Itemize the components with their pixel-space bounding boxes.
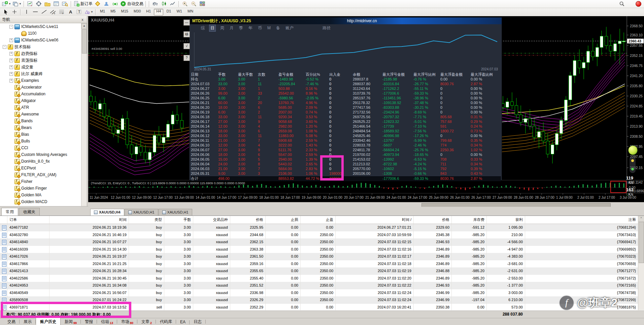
- labelT-button[interactable]: T: [75, 8, 83, 16]
- terminal-tab-代码库[interactable]: 代码库: [156, 318, 176, 325]
- crosshair-target-button[interactable]: [35, 0, 43, 8]
- terminal-tab-信箱[interactable]: 信箱13: [97, 318, 117, 325]
- cursor-button[interactable]: [2, 8, 10, 16]
- stats-tab-月[interactable]: 月: [229, 25, 235, 31]
- sidebar-item-alligator[interactable]: Alligator: [0, 97, 81, 104]
- tester-button[interactable]: [61, 0, 69, 8]
- layout-button[interactable]: ▼: [12, 0, 22, 8]
- order-row[interactable]: 4346160392024.06.21 16:14:30buy3.00xauus…: [0, 246, 644, 253]
- shapes-button[interactable]: ▼: [84, 8, 94, 16]
- terminal-tab-EA[interactable]: EA: [176, 319, 190, 325]
- sidebar-item-icmarketssc-live11[interactable]: -ICMarketsSC-Live11: [0, 23, 81, 30]
- navigator-star-button[interactable]: [43, 0, 52, 8]
- vline-button[interactable]: [23, 8, 31, 16]
- channel-button[interactable]: E: [49, 8, 57, 16]
- column-header[interactable]: 止损: [266, 216, 301, 224]
- autotrade-button[interactable]: 自动交易: [120, 0, 144, 8]
- order-row[interactable]: 4346771822024.06.21 18:19:36buy3.00xauus…: [0, 224, 644, 231]
- navigator-scrollbar[interactable]: ▲: [81, 23, 87, 206]
- scroll-up-icon[interactable]: ▲: [81, 23, 87, 29]
- stats-panel-url[interactable]: http://mtdriver.cn: [347, 19, 377, 23]
- sidebar-item-技术指标[interactable]: -技术指标: [0, 43, 81, 50]
- column-header[interactable]: 时间: [49, 216, 129, 224]
- stats-tab-备[interactable]: 备: [275, 25, 281, 31]
- sidebar-item-bulls[interactable]: Bulls: [0, 138, 81, 144]
- stats-tab-周[interactable]: 周: [219, 25, 225, 31]
- chart-tab-xauusd,h1[interactable]: XAUUSD,H1: [159, 209, 192, 216]
- floating-ball-icon[interactable]: [628, 145, 638, 155]
- network-speed-widget[interactable]: 119 ↑K/s 163 ↓K/s: [626, 145, 638, 197]
- candles-icon-button[interactable]: [160, 0, 168, 8]
- sidebar-item-成交量[interactable]: +成交量: [0, 64, 81, 70]
- sidebar-item-awesome[interactable]: Awesome: [0, 111, 81, 118]
- timeframe-mn[interactable]: MN: [185, 9, 196, 15]
- line-icon-button[interactable]: [169, 0, 177, 8]
- terminal-tab-新闻[interactable]: 新闻99: [61, 318, 81, 325]
- terminal-panel-button[interactable]: [52, 0, 60, 8]
- timeframe-h4[interactable]: H4: [154, 9, 163, 15]
- sidebar-item-golden-ma[interactable]: Golden MA: [0, 192, 81, 198]
- scrollbar-thumb[interactable]: [82, 29, 87, 54]
- move-button[interactable]: 移: [183, 31, 190, 37]
- sidebar-item-examples[interactable]: +Examples: [0, 77, 81, 84]
- terminal-tab-日志[interactable]: 日志: [190, 318, 206, 325]
- stats-tab-账户[interactable]: 账户: [284, 25, 295, 31]
- order-row[interactable]: 4346214132024.06.21 16:28:34buy3.00xauus…: [0, 267, 644, 275]
- editor-gold-button[interactable]: [94, 0, 102, 8]
- sidebar-item-比尔-威廉姆[interactable]: +比尔 威廉姆: [0, 70, 81, 77]
- column-header[interactable]: 手数: [164, 216, 193, 224]
- column-header[interactable]: 库存费: [452, 216, 487, 224]
- signal-green-button[interactable]: [111, 0, 119, 8]
- scroll-up-icon[interactable]: ^: [638, 216, 644, 222]
- expand-icon[interactable]: +: [9, 59, 13, 62]
- sidebar-item-bears[interactable]: Bears: [0, 124, 81, 131]
- collapse-icon[interactable]: -: [3, 45, 6, 49]
- collapse-icon[interactable]: -: [9, 25, 13, 29]
- zoom-out-button[interactable]: [190, 0, 198, 8]
- sidebar-item-cci[interactable]: CCI: [0, 144, 81, 151]
- sidebar-item-custom-moving-averages[interactable]: Custom Moving Averages: [0, 151, 81, 158]
- sidebar-item-震荡指标[interactable]: +震荡指标: [0, 57, 81, 64]
- expand-icon[interactable]: +: [9, 38, 13, 42]
- search-icon[interactable]: [619, 1, 624, 8]
- timeframe-m15[interactable]: M15: [118, 9, 130, 15]
- stats-tab-币[interactable]: 币: [257, 25, 263, 31]
- expand-icon[interactable]: +: [9, 72, 13, 76]
- order-row[interactable]: 4346405492024.06.21 16:56:07buy3.00xauus…: [0, 289, 644, 297]
- sidebar-tab-常用[interactable]: 常用: [1, 208, 18, 216]
- order-row[interactable]: 4346249532024.06.21 16:34:08buy3.00xauus…: [0, 282, 644, 289]
- stats-tab-path[interactable]: 路径: [321, 25, 332, 31]
- new-order-button[interactable]: 新订单: [73, 0, 93, 8]
- market-watch-button[interactable]: [26, 0, 34, 8]
- sidebar-item-趋势指标[interactable]: +趋势指标: [0, 50, 81, 57]
- chart-tab-xauusd,h1[interactable]: XAUUSD,H1: [125, 209, 158, 216]
- order-row[interactable]: 4346225862024.06.21 16:30:45buy3.00xauus…: [0, 275, 644, 282]
- stats-tab-年[interactable]: 年: [247, 25, 253, 31]
- timeframe-d1[interactable]: D1: [164, 9, 173, 15]
- stats-panel-titlebar[interactable]: MTDriver统计 , XAUUSD ,V3.25 http://mtdriv…: [190, 18, 502, 24]
- order-row[interactable]: 4346148402024.06.21 16:07:27buy3.00xauus…: [0, 238, 644, 246]
- chart-horizontal-scrollbar[interactable]: [88, 202, 644, 207]
- sidebar-item-accelerator[interactable]: Accelerator: [0, 84, 81, 91]
- column-header[interactable]: 价格: [230, 216, 266, 224]
- column-header[interactable]: 交易品种: [193, 216, 230, 224]
- sidebar-item-1100[interactable]: 1100: [0, 30, 81, 37]
- sidebar-item-filter-adx-am-[interactable]: FILTER_ADX_(AM): [0, 171, 81, 178]
- expand-icon[interactable]: +: [9, 79, 13, 83]
- check-button[interactable]: √: [183, 43, 190, 49]
- textA-button[interactable]: A: [66, 8, 74, 16]
- order-row[interactable]: 4346170262024.06.21 16:19:37buy3.00xauus…: [0, 253, 644, 260]
- minimize-button[interactable]: —: [183, 20, 190, 26]
- column-header[interactable]: 止盈: [301, 216, 336, 224]
- terminal-scrollbar[interactable]: ^: [638, 216, 644, 311]
- sidebar-tab-收藏夹[interactable]: 收藏夹: [19, 208, 40, 216]
- close-icon[interactable]: x: [80, 18, 85, 22]
- sidebar-item-bias[interactable]: Bias: [0, 131, 81, 138]
- stats-tab-M[interactable]: M: [266, 25, 272, 31]
- zoom-in-button[interactable]: [181, 0, 189, 8]
- expand-icon[interactable]: +: [9, 65, 13, 69]
- terminal-tab-市场[interactable]: 市场80: [117, 318, 137, 325]
- column-header[interactable]: 获利: [487, 216, 525, 224]
- terminal-tab-警报[interactable]: 警报: [81, 318, 97, 325]
- order-row[interactable]: 4346327802024.06.21 16:46:19buy3.00xauus…: [0, 231, 644, 239]
